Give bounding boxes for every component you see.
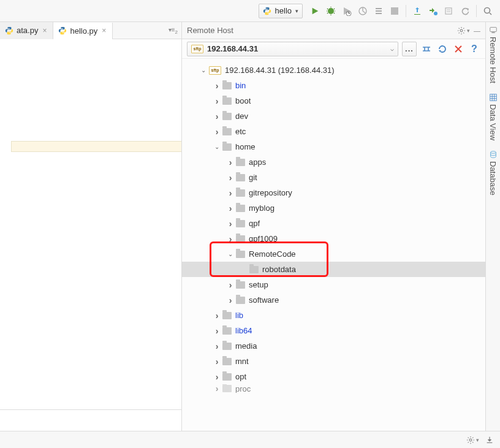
connection-selector[interactable]: sftp 192.168.44.31 ⌵ [187, 42, 398, 56]
chevron-right-icon[interactable]: › [226, 234, 235, 244]
folder-icon [236, 220, 245, 227]
chevron-right-icon[interactable]: › [213, 112, 221, 121]
close-icon[interactable]: × [100, 26, 107, 35]
folder-icon [222, 97, 232, 105]
browse-button[interactable]: ... [402, 42, 417, 56]
chevron-right-icon[interactable]: › [213, 127, 221, 137]
tree-row-qpf[interactable]: ›qpf [182, 216, 485, 231]
tree-label: etc [235, 127, 246, 136]
gear-icon [466, 436, 475, 444]
status-deploy-button[interactable] [485, 436, 494, 444]
folder-icon [236, 281, 245, 289]
tree-label: git [249, 173, 257, 182]
search-everywhere-button[interactable] [480, 4, 495, 18]
run-config-selector[interactable]: hello ▾ [259, 4, 303, 18]
tree-row-dev[interactable]: ›dev [182, 108, 485, 124]
gear-icon [457, 26, 466, 35]
chevron-right-icon[interactable]: › [213, 357, 221, 366]
rail-label: Database [488, 161, 498, 196]
rail-remote-host[interactable]: Remote Host [488, 26, 498, 83]
disconnect-button[interactable] [452, 43, 464, 55]
chevron-right-icon[interactable]: › [226, 203, 235, 213]
side-rail: Remote Host Data View Database [485, 22, 500, 431]
tree-label: robotdata [262, 265, 296, 274]
tree-row-media[interactable]: ›media [182, 338, 485, 354]
tree-row-home[interactable]: ⌄home [182, 139, 485, 154]
chevron-down-icon[interactable]: ⌄ [226, 251, 235, 257]
concurrency-button[interactable] [371, 4, 386, 18]
rail-database[interactable]: Database [488, 150, 498, 196]
editor-tab-ata[interactable]: ata.py × [0, 22, 53, 39]
svg-rect-10 [490, 28, 496, 32]
coverage-button[interactable] [339, 4, 354, 18]
profile-button[interactable] [355, 4, 370, 18]
folder-icon [236, 297, 245, 304]
tree-row-opt[interactable]: ›opt [182, 369, 485, 384]
tree-row-lib[interactable]: ›lib [182, 308, 485, 323]
connection-label: 192.168.44.31 [207, 44, 258, 53]
chevron-right-icon[interactable]: › [226, 188, 235, 198]
svg-point-13 [490, 151, 496, 154]
rail-data-view[interactable]: Data View [488, 93, 498, 140]
chevron-right-icon[interactable]: › [213, 341, 221, 351]
chevron-right-icon[interactable]: › [226, 280, 235, 290]
tabs-dropdown-icon[interactable]: ▾≡2 [169, 26, 178, 35]
filter-button[interactable] [420, 43, 433, 55]
tree-row-git[interactable]: ›git [182, 170, 485, 185]
chevron-right-icon[interactable]: › [213, 311, 221, 321]
tree-row-lib64[interactable]: ›lib64 [182, 323, 485, 338]
tree-row-root[interactable]: ⌄sftp192.168.44.31 (192.168.44.31) [182, 63, 485, 78]
status-gear-button[interactable]: ▾ [466, 436, 479, 444]
tree-row-setup[interactable]: ›setup [182, 277, 485, 292]
tree-label: myblog [249, 203, 275, 213]
folder-icon [222, 143, 232, 151]
vcs-commit-button[interactable] [426, 4, 441, 18]
tree-row-boot[interactable]: ›boot [182, 93, 485, 108]
tree-row-mnt[interactable]: ›mnt [182, 354, 485, 369]
tree-label: 192.168.44.31 (192.168.44.31) [225, 66, 335, 75]
chevron-right-icon[interactable]: › [226, 219, 235, 229]
vcs-update-button[interactable] [410, 4, 425, 18]
tree-label: home [235, 142, 256, 151]
vcs-revert-button[interactable] [458, 4, 472, 18]
chevron-right-icon[interactable]: › [226, 158, 235, 167]
help-button[interactable]: ? [468, 43, 480, 55]
debug-button[interactable] [324, 4, 338, 18]
chevron-right-icon[interactable]: › [226, 173, 235, 183]
tab-label: ata.py [17, 26, 38, 35]
chevron-right-icon[interactable]: › [213, 372, 221, 382]
chevron-right-icon[interactable]: › [226, 295, 235, 305]
stop-button[interactable] [387, 4, 402, 18]
chevron-down-icon[interactable]: ⌄ [213, 143, 221, 150]
tree-label: bin [235, 81, 246, 90]
editor-body[interactable] [0, 39, 181, 431]
tree-row-etc[interactable]: ›etc [182, 124, 485, 139]
svg-rect-12 [490, 94, 496, 101]
tree-label: mnt [235, 357, 249, 366]
tree-row-remotecode[interactable]: ⌄RemoteCode [182, 246, 485, 262]
chevron-right-icon[interactable]: › [213, 384, 221, 393]
chevron-right-icon[interactable]: › [213, 81, 221, 91]
remote-tree[interactable]: ⌄sftp192.168.44.31 (192.168.44.31)›bin›b… [182, 59, 485, 431]
main-area: ata.py × hello.py × ▾≡2 Remote Host ▾ — [0, 22, 500, 431]
tree-row-software[interactable]: ›software [182, 292, 485, 308]
tree-row-gitrepository[interactable]: ›gitrepository [182, 185, 485, 200]
run-button[interactable] [308, 4, 322, 18]
chevron-down-icon[interactable]: ⌄ [199, 67, 208, 74]
tree-row-robotdata[interactable]: ·robotdata [182, 262, 485, 277]
refresh-button[interactable] [436, 43, 449, 55]
tree-row-myblog[interactable]: ›myblog [182, 200, 485, 216]
close-icon[interactable]: × [41, 26, 48, 35]
tree-row-proc[interactable]: ›proc [182, 384, 485, 393]
tree-row-bin[interactable]: ›bin [182, 78, 485, 93]
panel-settings-button[interactable]: ▾ — [457, 26, 480, 35]
table-icon [489, 93, 498, 102]
chevron-right-icon[interactable]: › [213, 96, 221, 106]
tree-row-qpf1009[interactable]: ›qpf1009 [182, 231, 485, 246]
python-file-icon [58, 26, 67, 35]
vcs-history-button[interactable] [442, 4, 456, 18]
sftp-badge-icon: sftp [209, 66, 221, 75]
editor-tab-hello[interactable]: hello.py × [53, 23, 113, 40]
tree-row-apps[interactable]: ›apps [182, 154, 485, 170]
chevron-right-icon[interactable]: › [213, 326, 221, 336]
